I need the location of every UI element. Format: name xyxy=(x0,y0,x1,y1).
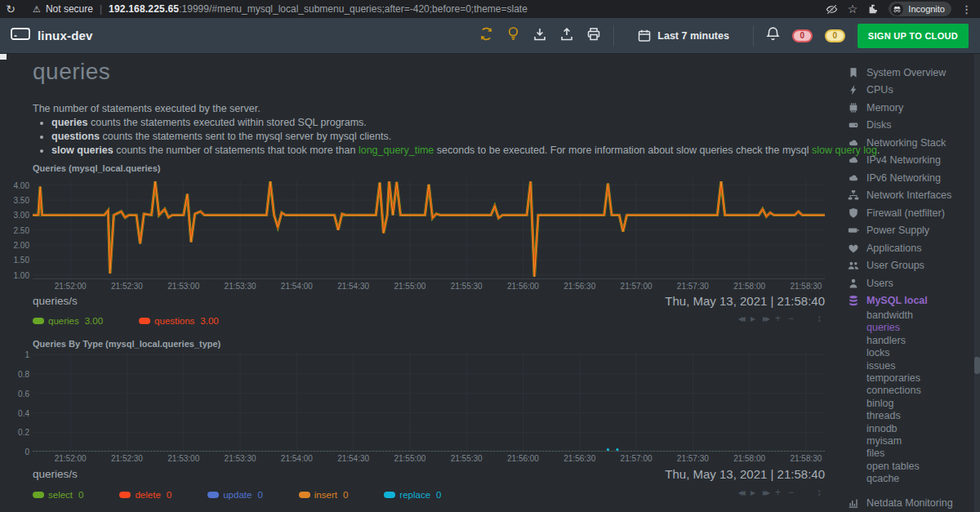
refresh-icon[interactable] xyxy=(479,26,494,45)
sidebar-item-network-interfaces[interactable]: Network Interfaces xyxy=(841,187,975,205)
page-scrollbar-track[interactable] xyxy=(974,54,980,512)
sidebar-subitem-qcache[interactable]: qcache xyxy=(841,473,975,485)
sidebar-item-ipv6-networking[interactable]: IPv6 Networking xyxy=(841,169,975,187)
legend-item-queries[interactable]: queries3.00 xyxy=(33,316,103,326)
legend-item-questions[interactable]: questions3.00 xyxy=(139,316,219,326)
legend-name: questions xyxy=(154,316,194,326)
zoom-in-icon[interactable]: + xyxy=(775,313,781,324)
sidebar-subitem-handlers[interactable]: handlers xyxy=(841,335,975,347)
zoom-out-icon[interactable]: − xyxy=(788,487,794,498)
sidebar-item-cpus[interactable]: CPUs xyxy=(841,82,975,100)
sidebar-subitem-locks[interactable]: locks xyxy=(841,347,975,359)
zoom-in-icon[interactable]: + xyxy=(775,487,781,498)
y-axis-tick: 2.50 xyxy=(2,226,29,235)
legend-item-delete[interactable]: delete0 xyxy=(119,490,172,500)
sidebar-item-mysql-local[interactable]: MySQL local xyxy=(841,292,975,310)
sidebar-item-power-supply[interactable]: Power Supply xyxy=(841,222,975,240)
sidebar-subitem-threads[interactable]: threads xyxy=(841,410,975,422)
bookmark-star-icon[interactable]: ☆ xyxy=(848,2,858,16)
sidebar-item-system-overview[interactable]: System Overview xyxy=(841,64,975,82)
print-icon[interactable] xyxy=(586,27,601,45)
sidebar-item-label: Memory xyxy=(866,102,903,114)
chart-legend-row: queries3.00questions3.00 ◂◂ ▸ ▸▸ + − ↕ xyxy=(33,313,826,326)
bolt-icon xyxy=(848,84,859,96)
legend-value: 0 xyxy=(343,490,348,500)
sidebar-subitem-open-tables[interactable]: open tables xyxy=(841,461,975,473)
chart-plot-area[interactable] xyxy=(33,180,825,279)
alarms-bell-icon[interactable] xyxy=(766,26,780,45)
pan-forward-icon[interactable]: ▸▸ xyxy=(763,313,768,324)
page-scrollbar-thumb[interactable] xyxy=(974,357,980,374)
play-icon[interactable]: ▸ xyxy=(751,313,755,324)
sidebar-subitem-temporaries[interactable]: temporaries xyxy=(841,372,975,385)
time-range-picker[interactable]: Last 7 minutes xyxy=(626,29,741,42)
y-axis-tick: 0.8 xyxy=(2,370,29,379)
sidebar-item-ipv4-networking[interactable]: IPv4 Networking xyxy=(841,152,975,170)
x-axis-tick: 21:55:00 xyxy=(385,454,435,463)
bullet-item: questions counts the statements sent to … xyxy=(51,131,880,143)
chart-resize-handle[interactable]: ↕ xyxy=(817,487,822,498)
incognito-indicator[interactable]: Incognito xyxy=(889,2,951,16)
x-axis-tick: 21:52:00 xyxy=(45,282,96,291)
signup-to-cloud-button[interactable]: SIGN UP TO CLOUD xyxy=(858,24,969,48)
header-divider xyxy=(753,25,754,47)
sidebar-subitem-binlog[interactable]: binlog xyxy=(841,398,975,410)
download-snapshot-icon[interactable] xyxy=(532,27,547,45)
sidebar-subitem-files[interactable]: files xyxy=(841,447,975,460)
chart-queries-by-type: Queries By Type (mysql_local.queries_typ… xyxy=(0,339,826,510)
legend-swatch xyxy=(33,492,44,498)
zoom-out-icon[interactable]: − xyxy=(788,313,794,324)
chart-plot-area[interactable] xyxy=(33,353,825,452)
x-axis-tick: 21:54:30 xyxy=(328,282,379,291)
x-axis-tick: 21:53:00 xyxy=(158,282,209,291)
pan-backward-icon[interactable]: ◂◂ xyxy=(738,313,743,324)
sidebar-item-user-groups[interactable]: User Groups xyxy=(841,257,975,275)
time-range-label: Last 7 minutes xyxy=(657,30,729,42)
x-axis-tick: 21:56:00 xyxy=(497,454,548,463)
upload-snapshot-icon[interactable] xyxy=(559,27,574,45)
pan-backward-icon[interactable]: ◂◂ xyxy=(738,487,743,498)
doc-link[interactable]: long_query_time xyxy=(359,145,434,156)
legend-item-insert[interactable]: insert0 xyxy=(299,490,349,500)
sidebar-subitem-bandwidth[interactable]: bandwidth xyxy=(841,309,975,322)
sidebar-item-firewall-netfilter-[interactable]: Firewall (netfilter) xyxy=(841,204,975,222)
url-path: :19999/#menu_mysql_local_submenu_queries… xyxy=(179,3,528,15)
legend-item-select[interactable]: select0 xyxy=(33,490,83,500)
bullet-item: queries counts the statements executed w… xyxy=(51,118,880,129)
play-icon[interactable]: ▸ xyxy=(751,487,755,498)
reload-icon[interactable]: ↻ xyxy=(0,2,21,16)
sidebar-item-networking-stack[interactable]: Networking Stack xyxy=(841,134,975,152)
sidebar-item-applications[interactable]: Applications xyxy=(841,239,975,257)
sidebar-subitem-connections[interactable]: connections xyxy=(841,385,975,397)
sidebar-subitem-myisam[interactable]: myisam xyxy=(841,435,975,447)
sidebar-subitem-issues[interactable]: issues xyxy=(841,360,975,372)
x-axis-tick: 21:57:30 xyxy=(667,454,718,463)
x-axis-tick: 21:56:00 xyxy=(497,282,548,291)
sidebar-item-disks[interactable]: Disks xyxy=(841,117,975,135)
header-divider xyxy=(613,25,614,47)
lightbulb-icon[interactable] xyxy=(506,26,520,45)
sidebar-item-netdata-monitoring[interactable]: Netdata Monitoring xyxy=(841,494,975,512)
legend-name: update xyxy=(223,490,252,500)
legend-swatch xyxy=(119,492,131,498)
sidebar-subitem-queries[interactable]: queries xyxy=(841,322,975,334)
hostname-label: linux-dev xyxy=(38,29,93,42)
legend-value: 0 xyxy=(78,490,83,500)
warning-alarms-badge[interactable]: 0 xyxy=(825,29,845,42)
chart-units-label: queries/s xyxy=(33,295,78,307)
x-axis-tick: 21:57:00 xyxy=(611,454,662,463)
legend-item-update[interactable]: update0 xyxy=(207,490,263,500)
chart-title: Queries By Type (mysql_local.queries_typ… xyxy=(33,339,220,349)
sidebar-item-users[interactable]: Users xyxy=(841,274,975,292)
chart-resize-handle[interactable]: ↕ xyxy=(817,313,822,324)
url-field[interactable]: ⚠ Not secure | 192.168.225.65:19999/#men… xyxy=(33,3,826,15)
sidebar-item-memory[interactable]: Memory xyxy=(841,99,975,117)
pan-forward-icon[interactable]: ▸▸ xyxy=(763,487,768,498)
sidebar-subitem-innodb[interactable]: innodb xyxy=(841,423,975,435)
browser-menu-icon[interactable]: ⋮ xyxy=(961,3,972,16)
legend-item-replace[interactable]: replace0 xyxy=(384,490,441,500)
eye-off-icon[interactable] xyxy=(826,3,838,16)
critical-alarms-badge[interactable]: 0 xyxy=(792,29,813,42)
sidebar-item-label: Users xyxy=(866,278,893,289)
extensions-puzzle-icon[interactable] xyxy=(867,3,879,15)
